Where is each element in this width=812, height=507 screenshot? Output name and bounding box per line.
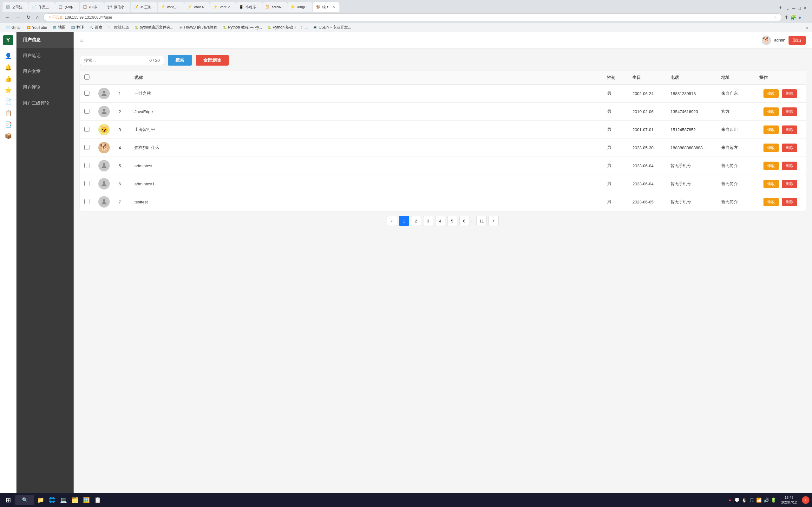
page-11-button[interactable]: 11 [476, 216, 487, 226]
next-page-button[interactable]: › [489, 216, 499, 226]
delete-button-row-6[interactable]: 删除 [782, 180, 797, 188]
tray-battery-icon[interactable]: 🔋 [771, 498, 776, 503]
search-input[interactable] [84, 58, 148, 63]
home-button[interactable]: ⌂ [35, 14, 41, 21]
bookmark-item[interactable]: ✉️Gmail [4, 25, 23, 31]
browser-tab-11[interactable]: 📜scroll-... [262, 2, 287, 12]
taskbar-search-icon[interactable]: 🔍 [15, 495, 34, 505]
delete-button-row-5[interactable]: 删除 [782, 162, 797, 170]
bookmark-item[interactable]: 🐍Python 基础（一）... [265, 24, 310, 31]
new-tab-button[interactable]: + [777, 4, 784, 12]
browser-tab-12[interactable]: ⭐XingH... [287, 2, 312, 12]
taskbar-terminal-icon[interactable]: 💻 [58, 495, 68, 505]
back-button[interactable]: ← [3, 14, 11, 21]
browser-tab-8[interactable]: ⚡Vant 4... [184, 2, 210, 12]
sidebar-doc-icon[interactable]: 📄 [3, 96, 14, 107]
page-3-button[interactable]: 3 [423, 216, 433, 226]
browser-tab-5[interactable]: 💬微信小... [104, 2, 131, 12]
row-checkbox[interactable] [84, 127, 90, 132]
row-checkbox[interactable] [84, 181, 90, 186]
sidebar-doc3-icon[interactable]: 📑 [3, 119, 14, 130]
browser-tab-7[interactable]: ⚡vant_E... [158, 2, 184, 12]
delete-button-row-2[interactable]: 删除 [782, 107, 797, 116]
page-2-button[interactable]: 2 [411, 216, 421, 226]
bookmark-item[interactable]: 🗺️地图 [50, 24, 67, 31]
page-5-button[interactable]: 5 [447, 216, 457, 226]
menu-toggle-button[interactable]: ≡ [80, 37, 84, 44]
bookmark-star-icon[interactable]: ☆ [774, 15, 777, 20]
bookmark-item[interactable]: ▶️YouTube [24, 25, 49, 31]
taskbar-photoshop-icon[interactable]: 🖼️ [81, 495, 91, 505]
bookmarks-more-button[interactable]: » [806, 25, 808, 30]
clock[interactable]: 13:49 2023/7/12 [779, 495, 799, 505]
tray-chat-icon[interactable]: 💬 [734, 498, 740, 503]
edit-button-row-3[interactable]: 修改 [763, 125, 779, 134]
edit-button-row-6[interactable]: 修改 [763, 180, 779, 188]
sidebar-menu-item-0[interactable]: 用户信息 [16, 32, 73, 48]
taskbar-app-icon[interactable]: 📋 [93, 495, 103, 505]
notification-badge[interactable]: 1 [802, 496, 809, 504]
more-button[interactable]: ⋮ [803, 14, 809, 21]
tray-up-icon[interactable]: 🔺 [728, 498, 732, 502]
bookmark-item[interactable]: 💻CSDN - 专业开发... [311, 24, 353, 31]
tray-music-icon[interactable]: 🎵 [749, 498, 754, 503]
browser-tab-9[interactable]: ⚡Vant V... [210, 2, 235, 12]
bookmark-item[interactable]: 🐍python遍历文件夹... [132, 24, 175, 31]
tray-wifi-icon[interactable]: 📶 [756, 498, 762, 503]
delete-all-button[interactable]: 全部删除 [196, 55, 229, 66]
taskbar-chrome-icon[interactable]: 🌐 [47, 495, 57, 505]
browser-tab-4[interactable]: 📋(68条... [80, 2, 104, 12]
row-checkbox[interactable] [84, 199, 90, 204]
browser-tab-13[interactable]: 🐒猿！✕ [313, 2, 339, 12]
browser-tab-3[interactable]: 📋(68条... [55, 2, 79, 12]
logout-button[interactable]: 退出 [789, 36, 806, 45]
browser-tab-1[interactable]: 🏢公司注... [3, 2, 29, 12]
browser-tab-2[interactable]: 📄作品上... [29, 2, 55, 12]
reload-button[interactable]: ↻ [25, 13, 32, 21]
sidebar-user-icon[interactable]: 👤 [3, 50, 14, 62]
delete-button-row-4[interactable]: 删除 [782, 144, 797, 152]
sidebar-thumb-icon[interactable]: 👍 [3, 73, 14, 84]
address-bar[interactable]: ⚠ 不安全 139.155.99.131:8080/#/user ☆ [44, 13, 782, 21]
search-button[interactable]: 搜索 [168, 55, 192, 66]
close-window-button[interactable]: ✕ [803, 5, 808, 11]
share-button[interactable]: ⬆ [784, 14, 789, 20]
select-all-checkbox[interactable] [84, 74, 90, 79]
edit-button-row-7[interactable]: 修改 [763, 198, 779, 206]
bookmark-item[interactable]: ☕How2J 的 Java教程 [177, 24, 219, 31]
tab-close-button[interactable]: ✕ [331, 5, 336, 9]
browser-tab-6[interactable]: 📝JS正则... [131, 2, 157, 12]
extensions-button[interactable]: 🧩 [791, 14, 797, 20]
sidebar-menu-item-2[interactable]: 用户文章 [16, 64, 73, 79]
edit-button-row-4[interactable]: 修改 [763, 144, 779, 152]
taskbar-explorer-icon[interactable]: 🗂️ [70, 495, 80, 505]
sidebar-menu-item-1[interactable]: 用户笔记 [16, 48, 73, 64]
delete-button-row-1[interactable]: 删除 [782, 89, 797, 98]
bookmark-item[interactable]: 🔍百度一下，你就知道 [87, 24, 131, 31]
delete-button-row-3[interactable]: 删除 [782, 125, 797, 134]
edit-button-row-5[interactable]: 修改 [763, 162, 779, 170]
page-6-button[interactable]: 6 [459, 216, 469, 226]
page-4-button[interactable]: 4 [435, 216, 445, 226]
tray-volume-icon[interactable]: 🔊 [763, 498, 769, 503]
sidebar-doc2-icon[interactable]: 📋 [3, 107, 14, 119]
browser-tab-10[interactable]: 📱小程序... [236, 2, 262, 12]
profile-button[interactable]: ● [798, 14, 801, 20]
edit-button-row-2[interactable]: 修改 [763, 107, 779, 116]
sidebar-star-icon[interactable]: ⭐ [3, 84, 14, 96]
sidebar-bell-icon[interactable]: 🔔 [3, 62, 14, 73]
forward-button[interactable]: → [14, 14, 22, 21]
bookmark-item[interactable]: 🔤翻译 [69, 24, 86, 31]
edit-button-row-1[interactable]: 修改 [763, 89, 779, 98]
prev-page-button[interactable]: ‹ [387, 216, 397, 226]
row-checkbox[interactable] [84, 91, 90, 96]
sidebar-menu-item-3[interactable]: 用户评论 [16, 79, 73, 95]
tab-list-button[interactable]: ⌄ [785, 5, 791, 11]
sidebar-box-icon[interactable]: 📦 [3, 130, 14, 142]
delete-button-row-7[interactable]: 删除 [782, 198, 797, 206]
sidebar-menu-item-4[interactable]: 用户二级评论 [16, 95, 73, 111]
row-checkbox[interactable] [84, 109, 90, 114]
taskbar-files-icon[interactable]: 📁 [36, 495, 46, 505]
minimize-button[interactable]: ─ [792, 5, 796, 11]
maximize-button[interactable]: □ [798, 5, 801, 11]
